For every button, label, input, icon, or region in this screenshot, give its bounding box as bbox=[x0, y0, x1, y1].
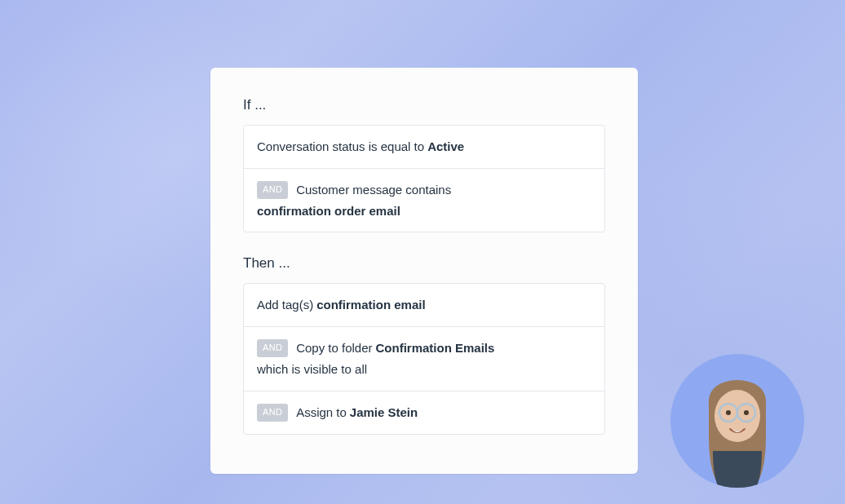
then-section-label: Then ... bbox=[243, 255, 605, 272]
condition-text: Conversation status is equal to bbox=[257, 138, 424, 156]
condition-value: confirmation order email bbox=[257, 202, 400, 220]
svg-point-5 bbox=[726, 410, 731, 415]
action-value: Confirmation Emails bbox=[376, 339, 495, 357]
action-value: Jamie Stein bbox=[350, 404, 418, 422]
avatar bbox=[670, 354, 804, 488]
workflow-card: If ... Conversation status is equal to A… bbox=[210, 68, 638, 474]
if-section-label: If ... bbox=[243, 97, 605, 113]
svg-point-6 bbox=[744, 410, 749, 415]
actions-group: Add tag(s) confirmation email AND Copy t… bbox=[243, 283, 605, 434]
action-text: Copy to folder bbox=[296, 339, 372, 357]
action-value: confirmation email bbox=[316, 296, 425, 314]
condition-row[interactable]: Conversation status is equal to Active bbox=[244, 126, 604, 169]
condition-row[interactable]: AND Customer message contains confirmati… bbox=[244, 169, 604, 232]
action-suffix: which is visible to all bbox=[257, 360, 367, 378]
and-badge: AND bbox=[257, 404, 288, 422]
conditions-group: Conversation status is equal to Active A… bbox=[243, 125, 605, 232]
condition-value: Active bbox=[427, 138, 464, 156]
and-badge: AND bbox=[257, 339, 288, 357]
action-text: Add tag(s) bbox=[257, 296, 313, 314]
action-text: Assign to bbox=[296, 404, 347, 422]
avatar-placeholder-icon bbox=[684, 365, 790, 488]
action-row[interactable]: Add tag(s) confirmation email bbox=[244, 284, 604, 327]
action-row[interactable]: AND Copy to folder Confirmation Emails w… bbox=[244, 327, 604, 391]
action-row[interactable]: AND Assign to Jamie Stein bbox=[244, 391, 604, 434]
and-badge: AND bbox=[257, 181, 288, 199]
condition-text: Customer message contains bbox=[296, 181, 451, 199]
